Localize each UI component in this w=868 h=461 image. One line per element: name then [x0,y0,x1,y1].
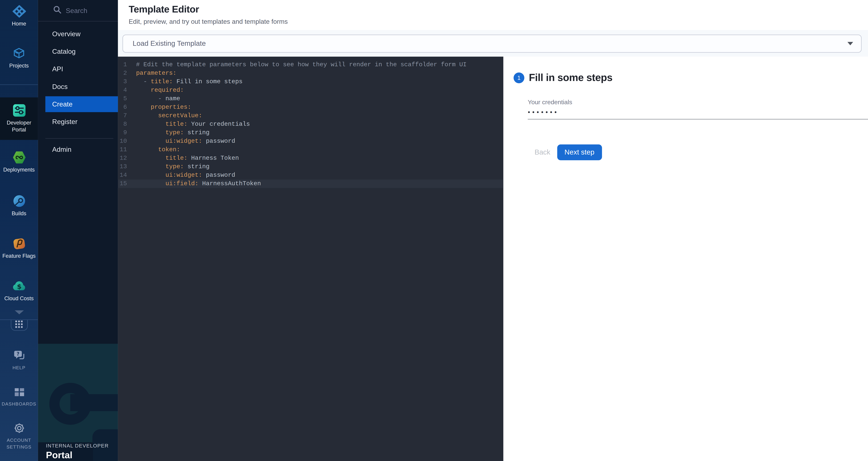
brand-title: Portal [46,450,108,460]
code-line-8[interactable]: 8 title: Your credentials [118,120,503,129]
sidebar-item-label: Projects [9,62,29,69]
sidebar-active-module-wrap: Developer Portal [0,97,38,140]
code-line-3[interactable]: 3 - title: Fill in some steps [118,77,503,86]
sidebar-item-home[interactable]: Home [0,5,38,27]
nav-item-label: Admin [52,145,71,153]
svg-text:?: ? [16,351,19,357]
sidebar-item-cloud-costs[interactable]: $Cloud Costs [0,280,38,302]
sidebar-item-projects[interactable]: Projects [0,47,38,69]
projects-cube-icon [12,47,26,60]
code-line-14[interactable]: 14 ui:widget: password [118,171,503,179]
nav-item-overview[interactable]: Overview [38,25,118,42]
svg-text:$: $ [17,283,21,291]
sidebar-item-help[interactable]: ?HELP [0,349,38,371]
page-subtitle: Edit, preview, and try out templates and… [129,18,868,25]
back-button[interactable]: Back [528,144,557,160]
main-content: Template Editor Edit, preview, and try o… [118,0,868,461]
nav-item-label: Catalog [52,47,75,55]
sidebar-item-label: DASHBOARDS [2,401,36,408]
code-line-6[interactable]: 6 properties: [118,103,503,111]
sidebar-item-label: Cloud Costs [4,295,34,302]
sidebar-item-label: Developer Portal [1,119,37,133]
next-step-button[interactable]: Next step [557,144,602,160]
code-line-9[interactable]: 9 type: string [118,129,503,137]
decor-donut [49,383,91,425]
code-text: secretValue: [127,111,202,120]
module-picker-button[interactable] [10,320,27,331]
search-placeholder: Search [66,7,87,14]
yaml-code-editor[interactable]: 1# Edit the template parameters below to… [118,57,503,461]
line-number: 15 [118,179,127,188]
sidebar-item-deployments[interactable]: Deployments [0,152,38,174]
sidebar-item-feature-flags[interactable]: Feature Flags [0,237,38,260]
step-header: 1 Fill in some steps [514,72,868,84]
nav-item-label: Create [52,100,72,108]
page-title: Template Editor [129,4,868,15]
line-number: 2 [118,69,127,77]
line-number: 6 [118,103,127,111]
nav-item-register[interactable]: Register [38,113,118,130]
nav-item-label: API [52,65,63,73]
sidebar-item-dashboards[interactable]: DASHBOARDS [0,386,38,408]
page-header: Template Editor Edit, preview, and try o… [118,0,868,30]
feature-flags-icon [12,237,26,250]
nav-item-api[interactable]: API [38,60,118,77]
code-line-7[interactable]: 7 secretValue: [118,111,503,120]
step-body: Your credentials ●●●●●●● Back Next step [528,99,868,160]
load-template-select-value: Load Existing Template [133,39,206,47]
nav-item-label: Overview [52,30,81,38]
sidebar-item-account-settings[interactable]: ACCOUNTSETTINGS [0,422,38,450]
credentials-field-label: Your credentials [528,99,868,105]
code-text: title: Harness Token [127,154,239,163]
code-text: type: string [127,129,209,137]
code-line-11[interactable]: 11 token: [118,145,503,154]
input-underline [528,119,868,120]
code-line-4[interactable]: 4 required: [118,86,503,95]
code-text: # Edit the template parameters below to … [127,61,466,69]
line-number: 13 [118,163,127,171]
credentials-password-input[interactable]: ●●●●●●● [528,110,868,116]
code-text: required: [127,86,184,95]
code-line-5[interactable]: 5 - name [118,95,503,103]
code-line-10[interactable]: 10 ui:widget: password [118,137,503,145]
brand-eyebrow: INTERNAL DEVELOPER [46,443,108,449]
harness-home-icon [12,5,26,18]
code-text: ui:widget: password [127,171,235,179]
code-line-15[interactable]: 15 ui:field: HarnessAuthToken [118,179,503,188]
workspace: 1# Edit the template parameters below to… [118,57,868,461]
line-number: 5 [118,95,127,103]
sidebar-item-developer-portal[interactable]: Developer Portal [0,97,38,140]
search-input[interactable]: Search [38,0,118,22]
line-number: 11 [118,145,127,154]
code-text: parameters: [127,69,176,77]
sidebar-item-label: Home [12,21,26,27]
cloud-costs-icon: $ [12,280,26,292]
search-icon [53,6,61,15]
form-actions: Back Next step [528,144,868,160]
sidebar-item-label: ACCOUNTSETTINGS [7,437,32,451]
help-chat-icon: ? [12,349,26,362]
nav-item-docs[interactable]: Docs [38,77,118,95]
nav-item-catalog[interactable]: Catalog [38,42,118,60]
code-line-2[interactable]: 2parameters: [118,69,503,77]
line-number: 3 [118,77,127,86]
line-number: 12 [118,154,127,163]
sidebar-item-label: Deployments [3,167,35,174]
code-line-1[interactable]: 1# Edit the template parameters below to… [118,61,503,69]
sidebar-divider [0,84,38,85]
sidebar-item-builds[interactable]: Builds [0,195,38,217]
code-line-12[interactable]: 12 title: Harness Token [118,154,503,163]
nav-item-create[interactable]: Create [45,96,118,112]
code-text: token: [127,145,180,154]
dashboards-grid-icon [13,386,25,398]
code-text: properties: [127,103,191,111]
line-number: 1 [118,61,127,69]
code-line-13[interactable]: 13 type: string [118,163,503,171]
nav-item-admin[interactable]: Admin [38,140,118,158]
load-template-select[interactable]: Load Existing Template [122,34,862,53]
chevron-down-icon[interactable] [14,310,24,314]
developer-portal-icon [13,104,25,117]
step-number-badge: 1 [514,72,524,83]
line-number: 10 [118,137,127,145]
line-number: 7 [118,111,127,120]
